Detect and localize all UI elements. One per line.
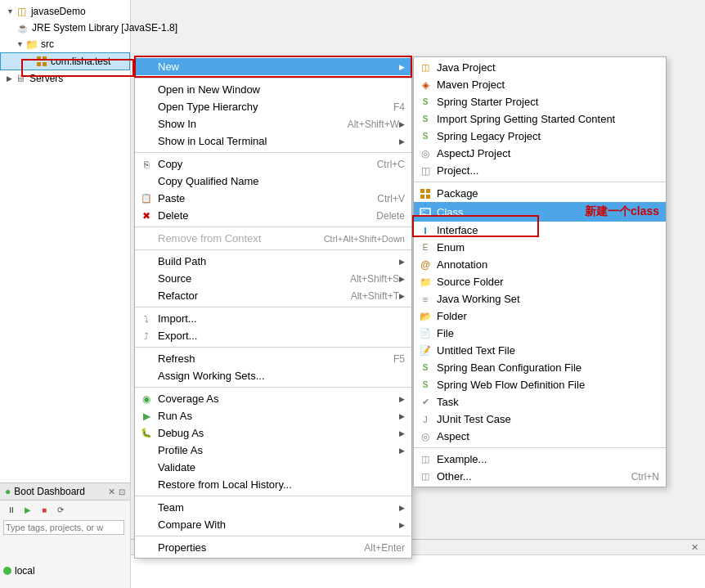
- context-menu: New ▶ Open in New Window Open Type Hiera…: [134, 56, 412, 559]
- submenu-item-import-spring[interactable]: S Import Spring Getting Started Content: [414, 110, 666, 128]
- menu-item-validate[interactable]: Validate: [135, 459, 411, 476]
- spring-starter-icon: S: [419, 96, 432, 109]
- menu-item-import[interactable]: ⤵ Import...: [135, 310, 411, 327]
- tree-item-package[interactable]: com.lisha.test: [0, 52, 130, 70]
- java-project-icon: ◫: [419, 61, 432, 74]
- menu-item-label: Export...: [158, 330, 405, 342]
- menu-item-refresh[interactable]: Refresh F5: [135, 350, 411, 367]
- menu-item-compare-with[interactable]: Compare With ▶: [135, 516, 411, 533]
- shortcut: Alt+Enter: [364, 542, 405, 554]
- submenu-item-other[interactable]: ◫ Other... Ctrl+N: [414, 468, 666, 485]
- submenu-item-interface[interactable]: I Interface: [414, 222, 666, 239]
- folder-icon: 📂: [419, 310, 432, 323]
- submenu-item-label: Annotation: [437, 258, 659, 271]
- boot-dashboard-title: Boot Dashboard: [14, 486, 85, 497]
- submenu-item-file[interactable]: 📄 File: [414, 325, 666, 342]
- menu-item-remove-context[interactable]: Remove from Context Ctrl+Alt+Shift+Down: [135, 230, 411, 247]
- menu-item-paste[interactable]: 📋 Paste Ctrl+V: [135, 190, 411, 207]
- submenu-item-junit[interactable]: J JUnit Test Case: [414, 411, 666, 428]
- tree-item-javaседemo[interactable]: ▼ ◫ javaseDemo: [0, 3, 130, 20]
- submenu-item-label: Spring Bean Configuration File: [437, 361, 659, 374]
- submenu-item-spring-starter[interactable]: S Spring Starter Project: [414, 93, 666, 110]
- separator-7: [135, 387, 411, 388]
- tree-item-src[interactable]: ▼ 📁 src: [0, 36, 130, 52]
- menu-item-label: Refresh: [158, 352, 377, 365]
- submenu-item-aspectj[interactable]: ◎ AspectJ Project: [414, 145, 666, 162]
- submenu-arrow: ▶: [399, 292, 405, 300]
- submenu-arrow: ▶: [399, 412, 405, 420]
- submenu-arrow: ▶: [399, 120, 405, 128]
- menu-item-properties[interactable]: Properties Alt+Enter: [135, 539, 411, 556]
- menu-item-show-in[interactable]: Show In Alt+Shift+W ▶: [135, 115, 411, 132]
- menu-item-open-type-hierarchy[interactable]: Open Type Hierarchy F4: [135, 98, 411, 115]
- menu-item-label: Run As: [158, 410, 399, 422]
- menu-item-label: Source: [158, 272, 334, 285]
- submenu-sep-1: [414, 182, 666, 182]
- minimize-icon[interactable]: ⊡: [119, 487, 125, 496]
- close-icon[interactable]: ✕: [108, 487, 115, 497]
- submenu-item-untitled-text[interactable]: 📝 Untitled Text File: [414, 342, 666, 359]
- submenu-item-annotation[interactable]: @ Annotation: [414, 256, 666, 273]
- submenu-item-spring-web-flow[interactable]: S Spring Web Flow Definition File: [414, 376, 666, 393]
- submenu-item-package[interactable]: Package: [414, 185, 666, 202]
- submenu-item-label: Import Spring Getting Started Content: [437, 113, 659, 125]
- console-close-icon[interactable]: ✕: [691, 542, 698, 553]
- submenu-item-project[interactable]: ◫ Project...: [414, 162, 666, 179]
- menu-item-label: Compare With: [158, 518, 399, 531]
- submenu-item-class[interactable]: C Class 新建一个class: [414, 202, 666, 222]
- menu-item-debug-as[interactable]: 🐛 Debug As ▶: [135, 424, 411, 442]
- menu-item-new[interactable]: New ▶: [135, 58, 411, 75]
- menu-item-restore-history[interactable]: Restore from Local History...: [135, 476, 411, 493]
- separator-3: [135, 227, 411, 227]
- menu-item-export[interactable]: ⤴ Export...: [135, 327, 411, 344]
- tree-label: com.lisha.test: [51, 56, 110, 67]
- shortcut: Ctrl+V: [377, 193, 405, 204]
- svg-rect-0: [37, 56, 41, 61]
- submenu-item-aspect[interactable]: ◎ Aspect: [414, 428, 666, 445]
- menu-item-show-in-terminal[interactable]: Show in Local Terminal ▶: [135, 132, 411, 150]
- menu-item-copy[interactable]: ⎘ Copy Ctrl+C: [135, 155, 411, 173]
- menu-item-profile-as[interactable]: Profile As ▶: [135, 442, 411, 459]
- menu-item-delete[interactable]: ✖ Delete Delete: [135, 207, 411, 224]
- submenu-item-spring-legacy[interactable]: S Spring Legacy Project: [414, 128, 666, 145]
- svg-rect-2: [37, 62, 41, 66]
- submenu-item-task[interactable]: ✔ Task: [414, 393, 666, 411]
- menu-item-copy-qualified[interactable]: Copy Qualified Name: [135, 173, 411, 190]
- submenu-item-spring-bean[interactable]: S Spring Bean Configuration File: [414, 359, 666, 376]
- submenu-item-label: Project...: [437, 164, 659, 177]
- submenu-item-java-working-set[interactable]: ≡ Java Working Set: [414, 290, 666, 307]
- task-icon: ✔: [419, 396, 432, 409]
- menu-item-label: Copy: [158, 158, 361, 170]
- tree-label: JRE System Library [JavaSE-1.8]: [32, 22, 177, 34]
- search-input[interactable]: [3, 520, 124, 535]
- submenu-item-enum[interactable]: E Enum: [414, 239, 666, 256]
- menu-item-run-as[interactable]: ▶ Run As ▶: [135, 407, 411, 424]
- menu-item-open-new-window[interactable]: Open in New Window: [135, 81, 411, 98]
- menu-item-source[interactable]: Source Alt+Shift+S ▶: [135, 270, 411, 287]
- menu-item-assign-working-sets[interactable]: Assign Working Sets...: [135, 367, 411, 384]
- toolbar-btn-stop[interactable]: ■: [38, 503, 51, 516]
- submenu-item-example[interactable]: ◫ Example...: [414, 451, 666, 468]
- menu-item-refactor[interactable]: Refactor Alt+Shift+T ▶: [135, 287, 411, 304]
- submenu-item-folder[interactable]: 📂 Folder: [414, 307, 666, 325]
- tree-item-servers[interactable]: ▶ 🖥 Servers: [0, 70, 130, 87]
- toolbar-btn-pause[interactable]: ⏸: [5, 503, 18, 516]
- boot-dashboard-header: ● Boot Dashboard ✕ ⊡: [0, 483, 130, 500]
- submenu-item-source-folder[interactable]: 📁 Source Folder: [414, 273, 666, 290]
- submenu-arrow: ▶: [399, 504, 405, 512]
- submenu-arrow: ▶: [399, 258, 405, 266]
- menu-item-build-path[interactable]: Build Path ▶: [135, 253, 411, 270]
- submenu-item-java-project[interactable]: ◫ Java Project: [414, 59, 666, 76]
- shortcut: Ctrl+Alt+Shift+Down: [324, 234, 405, 244]
- submenu-item-label: Folder: [437, 310, 659, 322]
- shortcut: Ctrl+C: [377, 159, 405, 170]
- toolbar-btn-play[interactable]: ▶: [21, 503, 34, 516]
- submenu-item-label: Interface: [437, 224, 659, 236]
- menu-item-team[interactable]: Team ▶: [135, 499, 411, 516]
- local-server-item[interactable]: local: [3, 565, 35, 577]
- menu-item-coverage-as[interactable]: ◉ Coverage As ▶: [135, 390, 411, 407]
- submenu-item-label: File: [437, 327, 659, 339]
- toolbar-btn-refresh[interactable]: ⟳: [54, 503, 67, 516]
- submenu-item-maven[interactable]: ◈ Maven Project: [414, 76, 666, 93]
- tree-item-jre[interactable]: ☕ JRE System Library [JavaSE-1.8]: [0, 20, 130, 36]
